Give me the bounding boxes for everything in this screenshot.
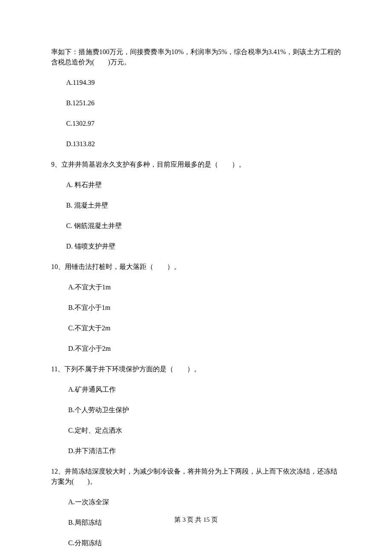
question-9-option-a: A. 料石井壁 <box>51 180 341 190</box>
question-11-option-c: C.定时、定点洒水 <box>51 425 341 436</box>
page-footer: 第 3 页 共 15 页 <box>0 515 392 525</box>
page-content: 率如下：措施费100万元，间接费费率为10%，利润率为5%，综合税率为3.41%… <box>0 0 392 555</box>
question-9-option-c: C. 钢筋混凝土井壁 <box>51 221 341 231</box>
question-continuation-text: 率如下：措施费100万元，间接费费率为10%，利润率为5%，综合税率为3.41%… <box>51 47 341 67</box>
question-10-option-b: B.不宜小于1m <box>51 303 341 313</box>
question-9-option-b: B. 混凝土井壁 <box>51 200 341 211</box>
question-10-option-c: C.不宜大于2m <box>51 323 341 333</box>
question-11-option-a: A.矿井通风工作 <box>51 384 341 395</box>
option-a: A.1194.39 <box>51 78 341 88</box>
option-b: B.1251.26 <box>51 98 341 108</box>
question-11-option-d: D.井下清洁工作 <box>51 446 341 456</box>
question-9-option-d: D. 锚喷支护井壁 <box>51 241 341 251</box>
option-c: C.1302.97 <box>51 119 341 129</box>
question-9-stem: 9、立井井筒基岩永久支护有多种，目前应用最多的是（ ）。 <box>51 159 341 170</box>
question-12-option-a: A.一次冻全深 <box>51 497 341 507</box>
question-10-option-d: D.不宜小于2m <box>51 344 341 354</box>
question-12-option-c: C.分期冻结 <box>51 538 341 548</box>
question-10-stem: 10、用锤击法打桩时，最大落距（ ）。 <box>51 262 341 272</box>
question-12-stem: 12、井筒冻结深度较大时，为减少制冷设备，将井筒分为上下两段，从上而下依次冻结，… <box>51 466 341 487</box>
question-11-option-b: B.个人劳动卫生保护 <box>51 405 341 415</box>
question-10-option-a: A.不宜大于1m <box>51 282 341 292</box>
question-11-stem: 11、下列不属于井下环境保护方面的是（ ）。 <box>51 364 341 374</box>
option-d: D.1313.82 <box>51 139 341 149</box>
